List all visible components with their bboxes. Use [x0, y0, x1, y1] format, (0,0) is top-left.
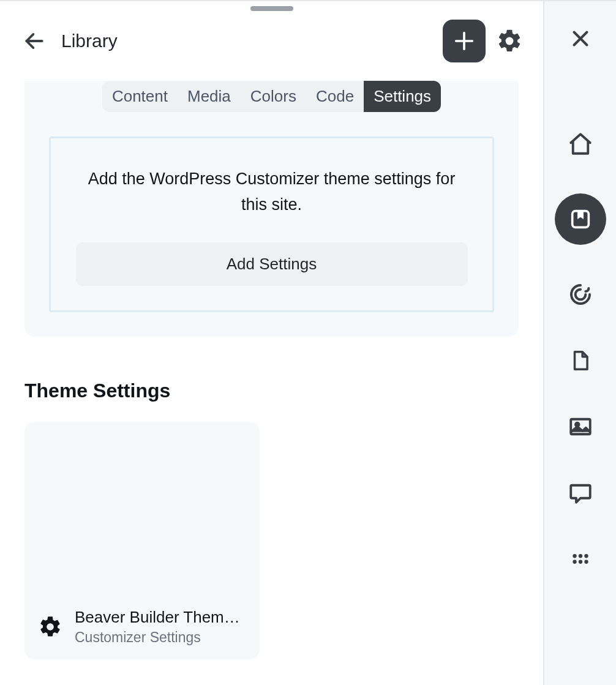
svg-point-9 [578, 554, 582, 558]
drag-handle[interactable] [250, 6, 293, 11]
rail-document[interactable] [564, 344, 597, 377]
rail-chat[interactable] [564, 476, 597, 509]
tabs: Content Media Colors Code Settings [102, 81, 441, 112]
file-icon [569, 349, 592, 372]
swirl-icon [568, 282, 593, 307]
add-settings-box: Add the WordPress Customizer theme setti… [49, 137, 494, 312]
rail-home[interactable] [564, 127, 597, 160]
theme-settings-card[interactable]: Beaver Builder Theme … Customizer Settin… [24, 422, 260, 659]
theme-settings-section: Theme Settings Beaver Builder Theme … Cu… [0, 337, 543, 659]
svg-point-13 [584, 560, 588, 564]
grid-dots-icon [569, 547, 592, 571]
tab-colors[interactable]: Colors [241, 81, 306, 112]
tab-content[interactable]: Content [102, 81, 178, 112]
side-rail [544, 1, 616, 685]
svg-point-12 [578, 560, 582, 564]
close-icon [569, 28, 592, 50]
settings-button[interactable] [494, 26, 525, 56]
chat-icon [568, 480, 593, 506]
add-settings-description: Add the WordPress Customizer theme setti… [82, 167, 462, 218]
gear-icon [37, 613, 64, 640]
rail-more[interactable] [564, 542, 597, 575]
header: Library [0, 1, 543, 81]
plus-icon [452, 29, 476, 53]
home-icon [568, 131, 593, 157]
svg-point-10 [584, 554, 588, 558]
bookmark-square-icon [568, 207, 593, 231]
tab-code[interactable]: Code [306, 81, 364, 112]
settings-panel: Content Media Colors Code Settings Add t… [24, 81, 519, 337]
gear-icon [496, 28, 523, 54]
back-button[interactable] [22, 29, 47, 53]
tab-media[interactable]: Media [178, 81, 241, 112]
rail-close[interactable] [564, 22, 597, 55]
svg-point-11 [573, 560, 576, 564]
card-subtitle: Customizer Settings [75, 629, 246, 646]
rail-sync[interactable] [564, 278, 597, 311]
card-title: Beaver Builder Theme … [75, 608, 246, 627]
svg-point-8 [573, 554, 576, 558]
page-title: Library [61, 31, 428, 51]
add-settings-button[interactable]: Add Settings [76, 242, 468, 286]
rail-media[interactable] [564, 410, 597, 443]
add-button[interactable] [443, 20, 486, 62]
rail-library[interactable] [555, 193, 606, 245]
tab-settings[interactable]: Settings [364, 81, 441, 112]
image-icon [568, 414, 593, 440]
arrow-left-icon [23, 29, 46, 53]
theme-settings-heading: Theme Settings [24, 380, 519, 402]
